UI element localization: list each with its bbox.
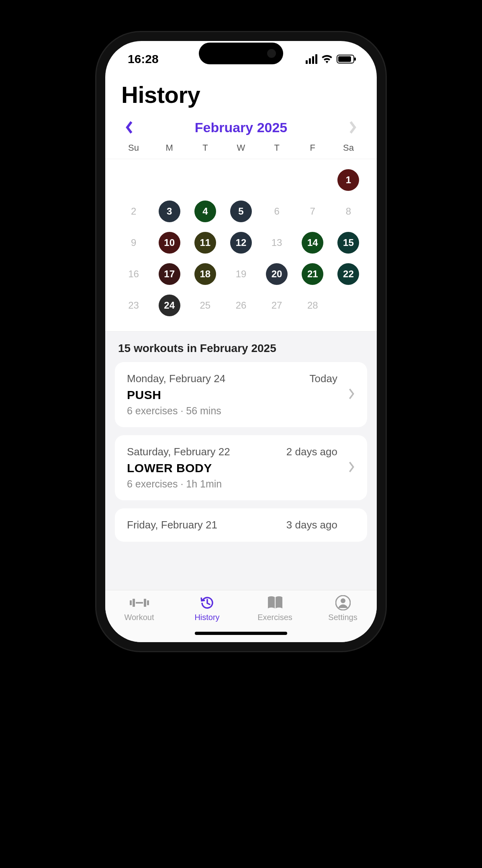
phone-frame: 16:28 History February 2025 SuMTWT — [96, 32, 386, 651]
prev-month-button[interactable] — [121, 119, 137, 135]
workout-date: Monday, February 24 — [127, 373, 304, 385]
tab-workout[interactable]: Workout — [105, 594, 173, 642]
calendar-grid: 1234567891011121314151617181920212223242… — [105, 159, 377, 331]
chevron-right-icon — [348, 388, 355, 401]
home-indicator[interactable] — [195, 632, 287, 635]
screen: 16:28 History February 2025 SuMTWT — [105, 41, 377, 642]
workout-title: LOWER BODY — [127, 461, 337, 475]
calendar-day[interactable]: 17 — [151, 262, 187, 286]
workout-date: Friday, February 21 — [127, 519, 281, 531]
calendar-day[interactable]: 11 — [187, 231, 223, 255]
weekday-label: Sa — [331, 143, 366, 153]
weekday-label: Su — [116, 143, 151, 153]
cellular-icon — [306, 54, 317, 64]
tab-exercises[interactable]: Exercises — [241, 594, 309, 642]
workout-card[interactable]: Friday, February 213 days ago — [115, 508, 367, 542]
calendar-day[interactable]: 15 — [331, 231, 366, 255]
calendar-day[interactable]: 12 — [223, 231, 259, 255]
list-heading: 15 workouts in February 2025 — [115, 342, 367, 362]
calendar-day[interactable]: 4 — [187, 199, 223, 223]
svg-point-6 — [341, 598, 345, 603]
calendar-day[interactable]: 7 — [295, 199, 331, 223]
calendar-day[interactable]: 6 — [259, 199, 295, 223]
person-icon — [335, 594, 351, 611]
calendar-day[interactable]: 23 — [116, 293, 151, 317]
weekday-label: F — [295, 143, 331, 153]
dynamic-island — [199, 43, 283, 64]
calendar-day[interactable]: 25 — [187, 293, 223, 317]
weekday-label: M — [151, 143, 187, 153]
history-icon — [199, 594, 215, 611]
weekday-label: T — [259, 143, 295, 153]
svg-rect-0 — [130, 600, 132, 605]
calendar-day[interactable]: 22 — [331, 262, 366, 286]
dumbbell-icon — [130, 594, 149, 611]
workout-date: Saturday, February 22 — [127, 446, 281, 458]
status-time: 16:28 — [128, 52, 159, 66]
calendar-day[interactable]: 3 — [151, 199, 187, 223]
next-month-button[interactable] — [345, 119, 361, 135]
calendar-day[interactable]: 9 — [116, 231, 151, 255]
calendar-day[interactable]: 19 — [223, 262, 259, 286]
wifi-icon — [321, 55, 333, 63]
calendar-day[interactable]: 14 — [295, 231, 331, 255]
calendar-day[interactable]: 26 — [223, 293, 259, 317]
calendar-day[interactable]: 10 — [151, 231, 187, 255]
calendar-day[interactable]: 8 — [331, 199, 366, 223]
calendar-day[interactable]: 28 — [295, 293, 331, 317]
calendar-day[interactable]: 21 — [295, 262, 331, 286]
svg-rect-2 — [136, 602, 143, 604]
calendar-day[interactable]: 16 — [116, 262, 151, 286]
tab-history[interactable]: History — [173, 594, 241, 642]
chevron-right-icon — [348, 461, 355, 475]
svg-rect-3 — [144, 599, 146, 607]
battery-icon — [337, 55, 354, 63]
svg-rect-1 — [133, 599, 135, 607]
tab-label: Workout — [124, 613, 154, 622]
weekday-label: T — [187, 143, 223, 153]
workout-card[interactable]: Monday, February 24TodayPUSH6 exercises … — [115, 362, 367, 427]
tab-label: History — [194, 613, 219, 622]
workout-relative-time: 3 days ago — [286, 519, 337, 531]
calendar-day[interactable]: 24 — [151, 293, 187, 317]
weekday-label: W — [223, 143, 259, 153]
calendar-nav: February 2025 — [105, 119, 377, 139]
calendar-day[interactable]: 20 — [259, 262, 295, 286]
calendar-day[interactable]: 5 — [223, 199, 259, 223]
book-icon — [267, 594, 284, 611]
calendar-day[interactable]: 13 — [259, 231, 295, 255]
calendar-day[interactable]: 27 — [259, 293, 295, 317]
weekday-header: SuMTWTFSa — [105, 139, 377, 159]
status-icons — [306, 54, 354, 64]
calendar-day[interactable]: 1 — [331, 168, 366, 192]
tab-settings[interactable]: Settings — [309, 594, 377, 642]
svg-rect-4 — [147, 600, 149, 605]
workout-relative-time: Today — [310, 373, 337, 385]
tab-label: Settings — [328, 613, 357, 622]
workout-title: PUSH — [127, 388, 337, 402]
page-title: History — [105, 77, 377, 119]
workout-meta: 6 exercises · 56 mins — [127, 405, 337, 417]
month-label: February 2025 — [195, 120, 288, 135]
workout-list-section: 15 workouts in February 2025 Monday, Feb… — [105, 331, 377, 590]
workout-relative-time: 2 days ago — [286, 446, 337, 458]
workout-card[interactable]: Saturday, February 222 days agoLOWER BOD… — [115, 435, 367, 500]
workout-meta: 6 exercises · 1h 1min — [127, 478, 337, 490]
tab-label: Exercises — [257, 613, 292, 622]
calendar-day[interactable]: 18 — [187, 262, 223, 286]
calendar-day[interactable]: 2 — [116, 199, 151, 223]
